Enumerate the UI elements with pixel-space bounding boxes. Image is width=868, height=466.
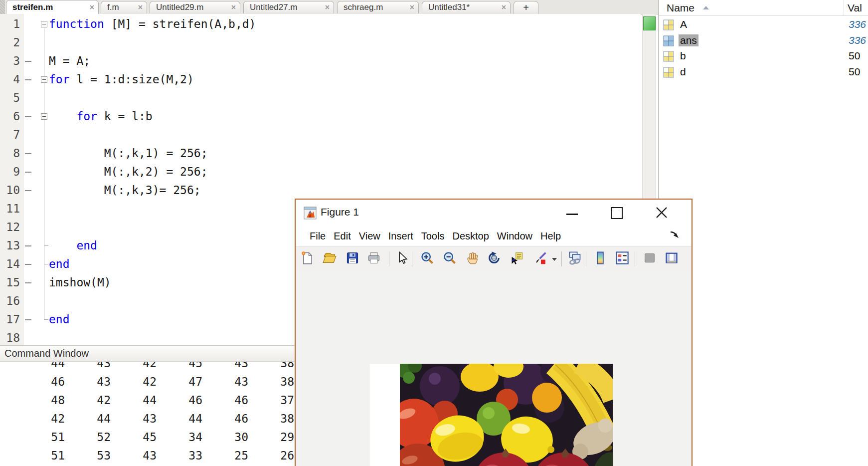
figure-menu-tools[interactable]: Tools [421, 231, 445, 242]
toolbar-separator [586, 251, 586, 266]
brush-icon[interactable] [534, 251, 550, 267]
show-plot-tools-icon[interactable] [665, 251, 681, 267]
figure-menu-view[interactable]: View [359, 231, 380, 242]
code-line-10[interactable]: 10 M(:,k,3)= 256; [0, 181, 641, 200]
pointer-icon[interactable] [395, 251, 411, 267]
brush-dropdown-icon[interactable] [552, 258, 557, 261]
tab-label: Untitled27.m [250, 2, 297, 12]
new-file-icon[interactable] [301, 251, 317, 267]
figure-window-title: Figure 1 [321, 206, 359, 218]
variable-name[interactable]: ans [679, 34, 698, 46]
open-file-icon[interactable] [323, 251, 339, 267]
tab-close-icon[interactable]: × [90, 3, 94, 11]
editor-tab-untitled31-[interactable]: Untitled31*× [422, 1, 511, 13]
tab-label: streifen.m [12, 2, 53, 12]
variable-name[interactable]: b [680, 50, 686, 62]
panel-grip[interactable] [0, 0, 5, 14]
figure-window[interactable]: Figure 1 FileEditViewInsertToolsDesktopW… [295, 199, 693, 466]
code-line-4[interactable]: 4for l = 1:d:size(M,2) [0, 70, 641, 89]
workspace-row-A[interactable]: A336 [659, 17, 868, 32]
line-number: 9 [0, 163, 20, 181]
code-text: end [49, 310, 70, 329]
code-line-3[interactable]: 3M = A; [0, 52, 641, 70]
editor-tab-untitled27-m[interactable]: Untitled27.m× [243, 1, 334, 13]
toolbar-separator [412, 251, 412, 266]
code-line-7[interactable]: 7 [0, 126, 641, 144]
workspace-value-column-header[interactable]: Val [848, 2, 862, 14]
figure-menu-insert[interactable]: Insert [388, 231, 413, 242]
editor-tab-bar: streifen.m×f.m×Untitled29.m×Untitled27.m… [0, 0, 658, 14]
code-line-8[interactable]: 8 M(:,k,1) = 256; [0, 144, 641, 163]
line-number: 1 [0, 15, 20, 33]
code-line-6[interactable]: 6 for k = l:b [0, 107, 641, 126]
matrix-variable-icon [663, 67, 674, 80]
workspace-row-d[interactable]: d50 [659, 64, 868, 80]
workspace-row-b[interactable]: b50 [659, 48, 868, 64]
line-number: 15 [0, 273, 20, 292]
figure-titlebar[interactable]: Figure 1 [296, 200, 692, 226]
variable-name[interactable]: A [680, 18, 687, 30]
figure-menu-file[interactable]: File [310, 231, 326, 242]
minimize-button[interactable] [557, 200, 587, 226]
close-button[interactable] [647, 200, 677, 226]
editor-tab-streifen-m[interactable]: streifen.m× [6, 0, 99, 14]
tab-label: Untitled29.m [156, 2, 203, 12]
code-text: M(:,k,2) = 256; [49, 163, 208, 181]
toolbar-separator [635, 251, 635, 266]
save-icon[interactable] [346, 251, 361, 267]
executable-line-dash [25, 282, 31, 283]
code-analyzer-indicator[interactable] [643, 16, 656, 30]
code-line-2[interactable]: 2 [0, 33, 641, 52]
maximize-button[interactable] [601, 200, 631, 226]
data-cursor-icon[interactable] [510, 251, 526, 267]
figure-menu-desktop[interactable]: Desktop [452, 231, 489, 242]
tab-close-icon[interactable]: × [410, 3, 414, 11]
tab-close-icon[interactable]: × [231, 3, 236, 11]
rotate-3d-icon[interactable] [487, 251, 503, 267]
executable-line-dash [25, 79, 31, 80]
legend-icon[interactable] [615, 251, 631, 267]
line-number: 8 [0, 144, 20, 163]
dock-figure-arrow-icon[interactable] [670, 231, 680, 241]
editor-tab-f-m[interactable]: f.m× [101, 1, 147, 13]
hide-plot-tools-icon[interactable] [643, 251, 659, 267]
editor-tab-untitled29-m[interactable]: Untitled29.m× [150, 1, 240, 13]
tab-label: f.m [107, 2, 119, 12]
line-number: 5 [0, 89, 20, 107]
toolbar-separator [561, 251, 562, 266]
workspace-row-ans[interactable]: ans336 [659, 33, 868, 48]
zoom-in-icon[interactable] [420, 251, 436, 267]
toolbar-separator [389, 251, 389, 266]
code-line-1[interactable]: 1function [M] = streifen(A,b,d) [0, 15, 641, 33]
matlab-figure-icon [304, 207, 317, 222]
tab-close-icon[interactable]: × [138, 3, 143, 11]
sort-ascending-icon [703, 6, 709, 9]
line-number: 11 [0, 200, 20, 218]
figure-menu-window[interactable]: Window [497, 231, 532, 242]
print-icon[interactable] [367, 251, 383, 267]
pan-icon[interactable] [466, 251, 482, 267]
line-number: 10 [0, 181, 20, 200]
tab-close-icon[interactable]: × [325, 3, 330, 11]
link-plot-icon[interactable] [568, 251, 584, 267]
figure-menu-edit[interactable]: Edit [334, 231, 350, 242]
code-text: M = A; [49, 52, 90, 70]
colorbar-icon[interactable] [593, 251, 609, 267]
tab-close-icon[interactable]: × [502, 3, 506, 11]
line-number: 7 [0, 126, 20, 144]
code-text: M(:,k,3)= 256; [49, 181, 201, 200]
code-line-5[interactable]: 5 [0, 89, 641, 107]
variable-name[interactable]: d [680, 66, 686, 78]
code-text: for l = 1:d:size(M,2) [49, 70, 194, 89]
line-number: 6 [0, 107, 20, 126]
code-line-9[interactable]: 9 M(:,k,2) = 256; [0, 163, 641, 181]
figure-canvas[interactable] [296, 270, 692, 466]
new-tab-button[interactable]: + [514, 1, 538, 14]
figure-axes-margin [370, 364, 400, 466]
editor-tab-schraeg-m[interactable]: schraeg.m× [337, 1, 419, 13]
executable-line-dash [25, 190, 31, 191]
figure-menu-help[interactable]: Help [540, 231, 561, 242]
workspace-name-column-header[interactable]: Name [667, 2, 694, 14]
zoom-out-icon[interactable] [443, 251, 459, 267]
workspace-header[interactable]: Name Val [659, 0, 868, 16]
